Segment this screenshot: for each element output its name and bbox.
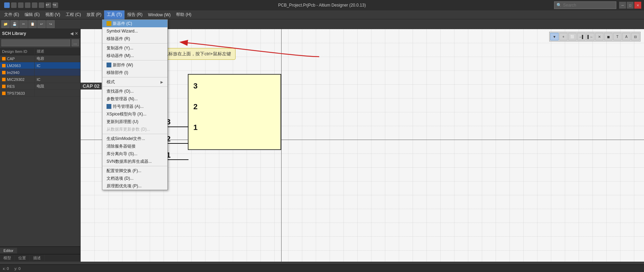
minimize-button[interactable]: ─ (619, 2, 626, 9)
tool-delete[interactable]: ✕ (595, 33, 604, 40)
toolbar-icon-4[interactable] (32, 2, 37, 8)
panel-search: … (0, 38, 80, 48)
tool-move-right[interactable]: →▌ (577, 33, 586, 40)
dropdown-item-pin-swap[interactable]: 配置管脚交换 (F)... (102, 167, 167, 175)
search-icon: 🔍 (556, 3, 562, 8)
table-row[interactable]: CAP 电容 (0, 55, 80, 62)
maximize-button[interactable]: □ (627, 2, 634, 9)
dropdown-item-update-schematic[interactable]: 更新到原理图 (U) (102, 118, 167, 125)
toolbar-icon-1[interactable] (11, 2, 17, 8)
dropdown-item-xspice[interactable]: XSpice模型向导 (X)... (102, 110, 167, 118)
new-component-icon (107, 21, 111, 26)
dropdown-item-move[interactable]: 移动器件 (M)... (102, 52, 167, 59)
menu-view[interactable]: 视图 (V) (43, 10, 63, 19)
tool-select-rect[interactable]: ⬜ (568, 33, 577, 40)
dropdown-item-mode[interactable]: 模式 ▶ (102, 78, 167, 86)
remove-part-label: 移除部件 (I) (107, 70, 128, 76)
close-button[interactable]: ✕ (634, 2, 641, 9)
dropdown-item-remove-part[interactable]: 移除部件 (I) (102, 69, 167, 76)
table-row[interactable]: TPS73633 (0, 90, 80, 97)
tab-position[interactable]: 位置 (15, 255, 30, 261)
toolbar-btn-1[interactable]: 📁 (1, 20, 10, 28)
dropdown-item-svn[interactable]: SVN数据库的库生成器... (102, 158, 167, 165)
toolbar-icon-5[interactable] (39, 2, 44, 8)
toolbar-btn-3[interactable]: ✂ (19, 20, 28, 28)
menu-place[interactable]: 放置 (P) (84, 10, 104, 19)
cell-desc: 电容 (35, 55, 80, 62)
symbol-manager-icon (107, 104, 111, 109)
dropdown-item-simmodel[interactable]: 生成SimModel文件... (102, 135, 167, 142)
dropdown-item-sch-prefs[interactable]: 原理图优先项 (P)... (102, 182, 167, 190)
separator-4 (102, 86, 167, 87)
cell-id: CAP (0, 55, 35, 62)
toolbar-icon-3[interactable] (25, 2, 30, 8)
clear-server-label: 清除服务器链接 (107, 143, 136, 149)
toolbar-icon-2[interactable] (18, 2, 24, 8)
panel-header: SCH Library ◀ ✕ (0, 29, 80, 38)
menu-edit[interactable]: 编辑 (E) (22, 10, 42, 19)
menu-file[interactable]: 文件 (E) (1, 10, 22, 19)
col-id: Design Item ID (0, 48, 35, 55)
search-button[interactable]: … (72, 39, 79, 46)
panel-close-icon[interactable]: ✕ (75, 31, 78, 36)
cell-desc (35, 69, 80, 76)
tab-model[interactable]: 模型 (0, 255, 15, 261)
tool-filter[interactable]: ▼ (550, 33, 559, 40)
panel-controls: ◀ ✕ (70, 31, 78, 36)
menu-window[interactable]: Window (W) (145, 10, 173, 19)
component-search-input[interactable] (1, 39, 70, 46)
toolbar-icon-undo[interactable]: ↩ (46, 2, 51, 8)
toolbar-btn-6[interactable]: ↪ (46, 20, 55, 28)
models-row: Editor (0, 246, 80, 254)
component-box: 3 2 1 (188, 74, 281, 150)
dropdown-item-param-manager[interactable]: 参数管理器 (N)... (102, 95, 167, 103)
table-row[interactable]: LM2663 IC (0, 62, 80, 69)
tool-add[interactable]: + (559, 33, 568, 40)
table-row[interactable]: MIC29302 IC (0, 76, 80, 83)
dropdown-item-new-part[interactable]: 新部件 (W) (102, 61, 167, 69)
main-layout: SCH Library ◀ ✕ … Design Item ID 描述 CAP (0, 29, 644, 262)
new-part-label: 新部件 (W) (113, 62, 133, 68)
dropdown-item-new-component[interactable]: 新器件 (C) (102, 20, 167, 27)
tool-text[interactable]: T (613, 33, 622, 40)
dropdown-item-find[interactable]: 查找器件 (O)... (102, 87, 167, 95)
component-table: Design Item ID 描述 CAP 电容 LM2663 IC (0, 48, 80, 246)
dropdown-item-clear-server[interactable]: 清除服务器链接 (102, 142, 167, 150)
dropdown-item-symbol-wizard[interactable]: Symbol Wizard... (102, 27, 167, 35)
tool-split[interactable]: ⊟ (631, 33, 640, 40)
tool-rect[interactable]: ◼ (604, 33, 613, 40)
app-icon (4, 2, 10, 8)
dropdown-item-doc-options[interactable]: 文档选项 (D)... (102, 175, 167, 182)
tool-a[interactable]: A (622, 33, 631, 40)
bottom-cols: 模型 位置 描述 (0, 254, 80, 262)
tab-editor[interactable]: Editor (0, 248, 17, 253)
dropdown-item-remove-component[interactable]: 移除器件 (R) (102, 35, 167, 43)
pin-label-inside-2: 2 (193, 102, 197, 111)
toolbar-btn-5[interactable]: ↩ (37, 20, 46, 28)
tool-move-left[interactable]: ▌← (586, 33, 595, 40)
toolbar-icon-redo[interactable]: ↪ (53, 2, 58, 8)
table-row[interactable]: RES 电阻 (0, 83, 80, 90)
dropdown-menu: 新器件 (C) Symbol Wizard... 移除器件 (R) 复制器件 (… (102, 19, 168, 190)
search-bar[interactable]: 🔍 (554, 1, 616, 9)
param-manager-label: 参数管理器 (N)... (107, 96, 138, 102)
status-x: x: 0 (3, 266, 9, 271)
move-label: 移动器件 (M)... (107, 53, 134, 59)
window-controls: ─ □ ✕ (619, 2, 641, 9)
pin-label-inside-3: 3 (193, 82, 197, 91)
tab-desc[interactable]: 描述 (30, 255, 45, 261)
dropdown-item-copy[interactable]: 复制器件 (Y)... (102, 44, 167, 52)
menu-reports[interactable]: 报告 (R) (125, 10, 145, 19)
menu-tools[interactable]: 工具 (T) (104, 10, 125, 19)
menu-project[interactable]: 工程 (C) (63, 10, 84, 19)
toolbar-btn-4[interactable]: 📋 (28, 20, 37, 28)
search-input[interactable] (563, 3, 611, 8)
table-row[interactable]: lm2940 (0, 69, 80, 76)
panel-pin-icon[interactable]: ◀ (70, 31, 73, 36)
dropdown-item-symbol-manager[interactable]: 符号管理器 (A)... (102, 103, 167, 110)
toolbar-btn-2[interactable]: 💾 (10, 20, 19, 28)
dropdown-item-lib-wizard[interactable]: 库分离向导 (S)... (102, 150, 167, 158)
cell-desc: IC (35, 76, 80, 83)
new-component-label: 新器件 (C) (113, 21, 132, 27)
menu-help[interactable]: 帮助 (H) (173, 10, 194, 19)
